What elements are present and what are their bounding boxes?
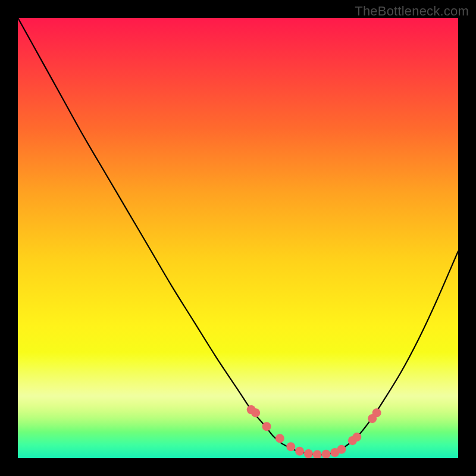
highlight-dot [372,408,381,417]
curve-layer [18,18,458,458]
highlight-dot [295,447,304,456]
watermark-text: TheBottleneck.com [355,4,469,19]
highlight-dot [275,434,284,443]
highlight-dot [352,433,361,441]
highlight-dot [262,422,271,431]
highlight-dot [337,445,346,454]
chart-frame: TheBottleneck.com [0,0,476,476]
highlight-dot [251,408,260,417]
bottleneck-curve [18,18,458,455]
highlight-dot [322,450,331,458]
plot-area [18,18,458,458]
highlight-dot [313,450,322,458]
highlight-dot [304,449,313,458]
highlight-dot [286,442,295,451]
